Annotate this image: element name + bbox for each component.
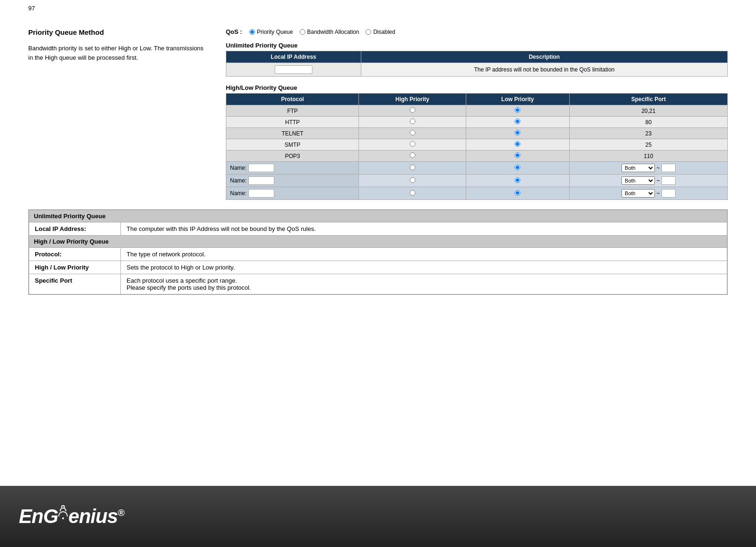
qos-disabled-radio[interactable] xyxy=(366,29,371,35)
custom3-high[interactable] xyxy=(359,187,466,200)
desc-hl-header: High / Low Priority Queue xyxy=(29,236,727,248)
custom3-tilde: ~ xyxy=(656,190,661,197)
desc-specific-port-label: Specific Port xyxy=(29,274,121,294)
hl-col-low: Low Priority xyxy=(466,94,569,105)
qos-bandwidth-label: Bandwidth Allocation xyxy=(307,29,359,35)
smtp-high[interactable] xyxy=(359,139,466,151)
custom1-port-cell: Both Incoming Outgoing ~ xyxy=(569,162,727,174)
custom1-high-radio[interactable] xyxy=(410,165,415,170)
custom3-label: Name: xyxy=(230,190,247,197)
telnet-low-radio[interactable] xyxy=(515,130,520,135)
unlimited-ip-input[interactable] xyxy=(275,65,312,74)
protocol-http: HTTP xyxy=(226,117,359,128)
unlimited-col-desc: Description xyxy=(361,51,727,63)
custom3-port-cell: Both Incoming Outgoing ~ xyxy=(569,187,727,200)
custom1-high[interactable] xyxy=(359,162,466,174)
telnet-high[interactable] xyxy=(359,128,466,139)
custom1-label: Name: xyxy=(230,165,247,171)
custom3-direction-select[interactable]: Both Incoming Outgoing xyxy=(621,189,655,198)
desc-row: Protocol: The type of network protocol. xyxy=(29,248,727,261)
protocol-telnet: TELNET xyxy=(226,128,359,139)
smtp-high-radio[interactable] xyxy=(410,141,415,147)
smtp-low-radio[interactable] xyxy=(515,141,520,147)
http-low-radio[interactable] xyxy=(515,119,520,124)
custom3-high-radio[interactable] xyxy=(410,190,415,196)
qos-priority-queue-radio[interactable] xyxy=(249,29,255,35)
unlimited-row: The IP address will not be bounded in th… xyxy=(226,63,728,77)
ftp-low[interactable] xyxy=(466,105,569,117)
protocol-pop3: POP3 xyxy=(226,151,359,162)
custom3-name-cell: Name: xyxy=(226,187,359,200)
qos-priority-queue-option[interactable]: Priority Queue xyxy=(249,29,293,35)
wifi-arc-large xyxy=(58,511,68,516)
custom1-name-input[interactable] xyxy=(248,164,274,172)
pop3-high-radio[interactable] xyxy=(410,152,415,158)
ftp-high[interactable] xyxy=(359,105,466,117)
table-row: TELNET 23 xyxy=(226,128,728,139)
pop3-low-radio[interactable] xyxy=(515,152,520,158)
custom2-low-radio[interactable] xyxy=(515,177,520,183)
hl-col-high: High Priority xyxy=(359,94,466,105)
telnet-high-radio[interactable] xyxy=(410,130,415,135)
custom1-port-input[interactable] xyxy=(661,164,676,172)
page-number: 97 xyxy=(28,5,35,12)
http-high[interactable] xyxy=(359,117,466,128)
desc-specific-port-line1: Each protocol uses a specific port range… xyxy=(127,277,237,284)
desc-hl-header-cell: High / Low Priority Queue xyxy=(29,236,727,248)
qos-disabled-option[interactable]: Disabled xyxy=(366,29,395,35)
custom2-label: Name: xyxy=(230,177,247,184)
desc-hl-priority-label: High / Low Priority xyxy=(29,261,121,274)
custom3-low-radio[interactable] xyxy=(515,190,520,196)
custom2-name-cell: Name: xyxy=(226,174,359,187)
http-port: 80 xyxy=(569,117,727,128)
custom-row-3: Name: Both Incoming Outgoing ~ xyxy=(226,187,728,200)
custom3-low[interactable] xyxy=(466,187,569,200)
custom1-low-radio[interactable] xyxy=(515,165,520,170)
hl-section: High/Low Priority Queue Protocol High Pr… xyxy=(226,84,728,200)
custom2-high-radio[interactable] xyxy=(410,177,415,183)
custom3-name-input[interactable] xyxy=(248,189,274,198)
http-high-radio[interactable] xyxy=(410,119,415,124)
custom2-port-input[interactable] xyxy=(661,176,676,185)
protocol-smtp: SMTP xyxy=(226,139,359,151)
logo-en: En xyxy=(19,505,43,527)
ftp-low-radio[interactable] xyxy=(515,107,520,113)
custom1-low[interactable] xyxy=(466,162,569,174)
desc-local-ip-label: Local IP Address: xyxy=(29,222,121,236)
telnet-low[interactable] xyxy=(466,128,569,139)
unlimited-table: Local IP Address Description The IP addr… xyxy=(226,51,728,77)
table-row: SMTP 25 xyxy=(226,139,728,151)
desc-local-ip-value: The computer with this IP Address will n… xyxy=(121,222,727,236)
custom2-high[interactable] xyxy=(359,174,466,187)
desc-outer: Unlimited Priority Queue Local IP Addres… xyxy=(28,209,728,295)
qos-bandwidth-option[interactable]: Bandwidth Allocation xyxy=(300,29,359,35)
logo-text: EnG enius® xyxy=(19,505,124,528)
bottom-bar: EnG enius® xyxy=(0,486,756,547)
telnet-port: 23 xyxy=(569,128,727,139)
pop3-port: 110 xyxy=(569,151,727,162)
qos-row: QoS : Priority Queue Bandwidth Allocatio… xyxy=(226,28,728,35)
logo-genius-with-wifi: G enius xyxy=(43,505,118,528)
table-row: HTTP 80 xyxy=(226,117,728,128)
custom2-name-input[interactable] xyxy=(248,176,274,185)
table-row: POP3 110 xyxy=(226,151,728,162)
pop3-high[interactable] xyxy=(359,151,466,162)
custom3-port-input[interactable] xyxy=(661,189,676,198)
smtp-low[interactable] xyxy=(466,139,569,151)
section-title: Priority Queue Method xyxy=(28,28,207,36)
custom2-low[interactable] xyxy=(466,174,569,187)
table-row: FTP 20,21 xyxy=(226,105,728,117)
custom1-direction-select[interactable]: Both Incoming Outgoing xyxy=(621,164,655,172)
pop3-low[interactable] xyxy=(466,151,569,162)
unlimited-title: Unlimited Priority Queue xyxy=(226,42,728,49)
custom2-direction-select[interactable]: Both Incoming Outgoing xyxy=(621,176,655,185)
hl-col-protocol: Protocol xyxy=(226,94,359,105)
logo-area: EnG enius® xyxy=(19,505,124,528)
desc-protocol-value: The type of network protocol. xyxy=(121,248,727,261)
ftp-high-radio[interactable] xyxy=(410,107,415,113)
http-low[interactable] xyxy=(466,117,569,128)
qos-disabled-label: Disabled xyxy=(373,29,395,35)
desc-row: Local IP Address: The computer with this… xyxy=(29,222,727,236)
qos-radio-group: Priority Queue Bandwidth Allocation Disa… xyxy=(249,29,395,35)
qos-bandwidth-radio[interactable] xyxy=(300,29,305,35)
